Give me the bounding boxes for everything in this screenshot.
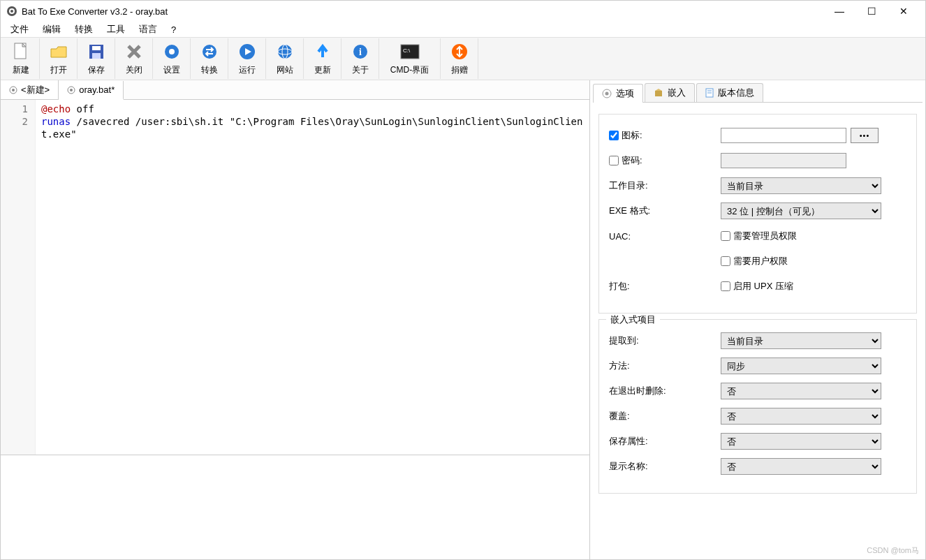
- tool-update[interactable]: 更新: [304, 38, 341, 79]
- icon-browse-button[interactable]: •••: [851, 128, 879, 143]
- tab-embed[interactable]: 嵌入: [645, 83, 695, 102]
- display-label: 显示名称:: [609, 460, 721, 473]
- right-tabs: 选项 嵌入 版本信息: [593, 83, 923, 103]
- tab-label: 嵌入: [668, 87, 686, 99]
- folder-open-icon: [49, 42, 68, 61]
- tool-save[interactable]: 保存: [78, 38, 115, 79]
- tab-label: 版本信息: [718, 87, 754, 99]
- svg-text:C:\: C:\: [403, 47, 411, 54]
- gear-small-icon: [67, 86, 75, 94]
- options-group: 图标: ••• 密码: 工作目录: 当前目录 EXE 格式: 32 位 | 控制…: [598, 114, 917, 314]
- svg-point-22: [70, 89, 73, 91]
- workdir-select[interactable]: 当前目录: [721, 177, 881, 194]
- options-panel: 图标: ••• 密码: 工作目录: 当前目录 EXE 格式: 32 位 | 控制…: [593, 103, 923, 557]
- tool-open[interactable]: 打开: [40, 38, 78, 79]
- svg-point-9: [203, 45, 216, 59]
- tab-new[interactable]: <新建>: [1, 80, 59, 99]
- svg-point-24: [605, 92, 609, 96]
- arrow-up-icon: [313, 42, 332, 61]
- overwrite-label: 覆盖:: [609, 410, 721, 422]
- preserve-label: 保存属性:: [609, 435, 721, 448]
- row-exefmt: EXE 格式: 32 位 | 控制台（可见）: [609, 202, 906, 219]
- tool-donate[interactable]: 捐赠: [441, 38, 478, 79]
- tool-convert[interactable]: 转换: [191, 38, 228, 79]
- workdir-label: 工作目录:: [609, 179, 721, 192]
- tab-version[interactable]: 版本信息: [696, 83, 763, 102]
- tab-oray[interactable]: oray.bat*: [59, 81, 124, 100]
- svg-point-20: [12, 89, 15, 91]
- row-uac2: 需要用户权限: [609, 253, 906, 270]
- tool-close[interactable]: 关闭: [115, 38, 153, 79]
- tab-label: <新建>: [21, 84, 50, 96]
- globe-icon: [275, 42, 295, 61]
- package-icon: [654, 88, 663, 98]
- tool-run[interactable]: 运行: [228, 38, 266, 79]
- titlebar: Bat To Exe Converter v3.2 - oray.bat — ☐…: [1, 1, 925, 22]
- svg-text:i: i: [359, 47, 362, 57]
- menu-language[interactable]: 语言: [132, 22, 164, 37]
- tab-label: oray.bat*: [79, 84, 115, 95]
- password-checkbox[interactable]: 密码:: [609, 154, 721, 167]
- code-editor[interactable]: 12 @echo off runas /savecred /user:sbi\s…: [1, 100, 589, 455]
- menu-edit[interactable]: 编辑: [36, 22, 68, 37]
- exefmt-select[interactable]: 32 位 | 控制台（可见）: [721, 202, 881, 219]
- method-label: 方法:: [609, 360, 721, 372]
- row-workdir: 工作目录: 当前目录: [609, 177, 906, 194]
- tool-about[interactable]: i关于: [341, 38, 379, 79]
- svg-rect-5: [92, 46, 101, 50]
- svg-point-8: [169, 49, 175, 54]
- svg-rect-6: [92, 53, 101, 59]
- output-pane: [1, 455, 589, 559]
- display-select[interactable]: 否: [721, 458, 881, 475]
- tool-website[interactable]: 网站: [266, 38, 304, 79]
- app-window: Bat To Exe Converter v3.2 - oray.bat — ☐…: [0, 0, 926, 560]
- uac-label: UAC:: [609, 231, 721, 242]
- menu-tools[interactable]: 工具: [100, 22, 132, 37]
- overwrite-select[interactable]: 否: [721, 408, 881, 425]
- line-gutter: 12: [1, 100, 36, 455]
- gear-icon: [602, 89, 612, 98]
- close-button[interactable]: ✕: [888, 1, 920, 22]
- method-select[interactable]: 同步: [721, 358, 881, 374]
- menu-help[interactable]: ?: [164, 23, 183, 36]
- minimize-button[interactable]: —: [823, 1, 855, 22]
- tool-settings[interactable]: 设置: [153, 38, 191, 79]
- delete-select[interactable]: 否: [721, 383, 881, 399]
- info-icon: i: [351, 42, 370, 61]
- svg-rect-25: [655, 91, 662, 96]
- tool-new[interactable]: 新建: [2, 38, 40, 79]
- maximize-button[interactable]: ☐: [855, 1, 888, 22]
- content-area: <新建> oray.bat* 12 @echo off runas /savec…: [1, 80, 925, 559]
- tab-options[interactable]: 选项: [593, 84, 643, 103]
- document-icon: [705, 88, 714, 98]
- upx-checkbox[interactable]: 启用 UPX 压缩: [721, 280, 793, 293]
- gear-small-icon: [9, 86, 17, 94]
- play-icon: [237, 42, 257, 61]
- menu-convert[interactable]: 转换: [68, 22, 100, 37]
- editor-pane: <新建> oray.bat* 12 @echo off runas /savec…: [1, 80, 590, 559]
- uac-admin-checkbox[interactable]: 需要管理员权限: [721, 230, 797, 242]
- preserve-select[interactable]: 否: [721, 433, 881, 450]
- code-content[interactable]: @echo off runas /savecred /user:sbi\sh.i…: [36, 100, 589, 455]
- embed-group: 嵌入式项目 提取到:当前目录 方法:同步 在退出时删除:否 覆盖:否 保存属性:…: [598, 319, 917, 494]
- uac-user-checkbox[interactable]: 需要用户权限: [721, 255, 788, 267]
- window-controls: — ☐ ✕: [823, 1, 920, 22]
- password-input: [721, 153, 846, 168]
- extract-label: 提取到:: [609, 334, 721, 347]
- icon-checkbox[interactable]: 图标:: [609, 129, 721, 142]
- save-icon: [87, 42, 106, 61]
- properties-pane: 选项 嵌入 版本信息 图标: ••• 密: [590, 80, 925, 559]
- svg-point-11: [278, 45, 292, 59]
- extract-select[interactable]: 当前目录: [721, 332, 881, 349]
- embed-group-title: 嵌入式项目: [606, 314, 660, 326]
- gear-icon: [162, 42, 182, 61]
- tool-cmd[interactable]: C:\CMD-界面: [379, 38, 441, 79]
- menu-file[interactable]: 文件: [3, 22, 36, 37]
- menubar: 文件 编辑 转换 工具 语言 ?: [1, 22, 925, 37]
- donate-icon: [450, 42, 469, 61]
- convert-icon: [200, 42, 219, 61]
- exefmt-label: EXE 格式:: [609, 205, 721, 217]
- icon-input[interactable]: [721, 128, 846, 143]
- svg-point-2: [10, 10, 13, 13]
- toolbar: 新建 打开 保存 关闭 设置 转换 运行 网站 更新 i关于 C:\CMD-界面…: [1, 37, 925, 80]
